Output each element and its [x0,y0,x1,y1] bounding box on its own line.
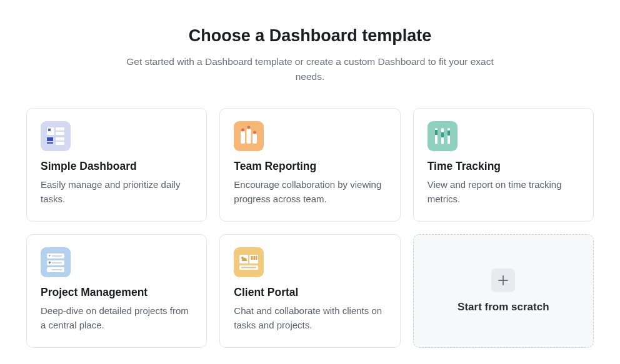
card-desc: Encourage collaboration by viewing progr… [234,178,386,206]
svg-rect-22 [52,255,62,257]
template-grid: Simple Dashboard Easily manage and prior… [26,108,594,348]
svg-rect-8 [241,131,245,144]
svg-rect-5 [47,142,53,144]
page-title: Choose a Dashboard template [26,26,594,46]
template-card-simple-dashboard[interactable]: Simple Dashboard Easily manage and prior… [26,108,207,222]
svg-rect-33 [256,256,258,260]
svg-point-13 [253,131,256,134]
template-card-project-management[interactable]: Project Management Deep-dive on detailed… [26,234,207,348]
template-card-team-reporting[interactable]: Team Reporting Encourage collaboration b… [219,108,400,222]
svg-rect-15 [435,130,438,135]
svg-rect-4 [47,137,53,141]
card-title: Simple Dashboard [41,160,192,173]
svg-rect-2 [56,127,64,130]
svg-rect-31 [251,256,253,260]
plus-icon [498,275,509,286]
card-title: Team Reporting [234,160,386,173]
simple-dashboard-icon-svg [43,124,68,149]
scratch-label: Start from scratch [458,301,549,313]
team-reporting-icon [234,121,264,151]
svg-rect-18 [448,128,450,144]
svg-rect-9 [247,129,251,144]
svg-point-11 [241,129,244,132]
page-subtitle: Get started with a Dashboard template or… [122,54,498,84]
card-desc: Deep-dive on detailed projects from a ce… [41,304,192,332]
card-title: Time Tracking [428,160,579,173]
start-from-scratch-card[interactable]: Start from scratch [413,234,594,348]
team-reporting-icon-svg [236,124,261,149]
plus-icon-box [491,268,515,292]
card-desc: View and report on time tracking metrics… [428,178,579,206]
project-management-icon-svg [43,250,68,275]
time-tracking-icon [428,121,458,151]
svg-rect-10 [252,134,257,144]
header: Choose a Dashboard template Get started … [26,26,594,84]
template-card-time-tracking[interactable]: Time Tracking View and report on time tr… [413,108,594,222]
svg-rect-19 [448,130,450,135]
client-portal-icon [234,247,264,277]
svg-point-12 [248,126,251,129]
svg-rect-17 [441,132,444,137]
client-portal-icon-svg [236,250,261,275]
svg-rect-7 [56,142,64,145]
svg-rect-3 [56,132,64,135]
project-management-icon [41,247,71,277]
svg-rect-35 [241,267,256,268]
template-card-client-portal[interactable]: Client Portal Chat and collaborate with … [219,234,400,348]
svg-rect-6 [56,137,64,140]
card-desc: Chat and collaborate with clients on tas… [234,304,386,332]
svg-rect-25 [52,262,62,263]
card-title: Client Portal [234,286,386,299]
time-tracking-icon-svg [430,124,455,149]
simple-dashboard-icon [41,121,71,151]
card-desc: Easily manage and prioritize daily tasks… [41,178,192,206]
card-title: Project Management [41,286,192,299]
svg-rect-32 [254,256,256,260]
svg-rect-27 [52,269,62,270]
svg-rect-1 [48,129,51,131]
